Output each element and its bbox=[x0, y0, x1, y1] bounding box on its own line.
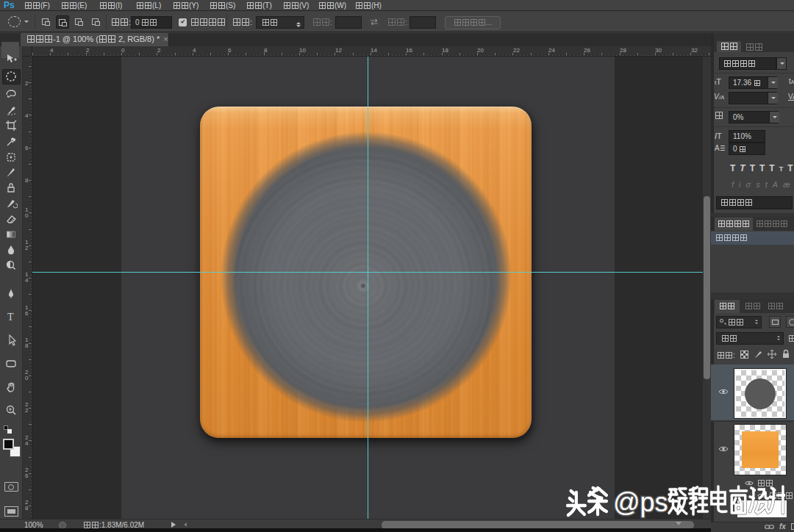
svg-text:@ps: @ps bbox=[613, 487, 668, 517]
svg-text:T: T bbox=[7, 312, 14, 323]
